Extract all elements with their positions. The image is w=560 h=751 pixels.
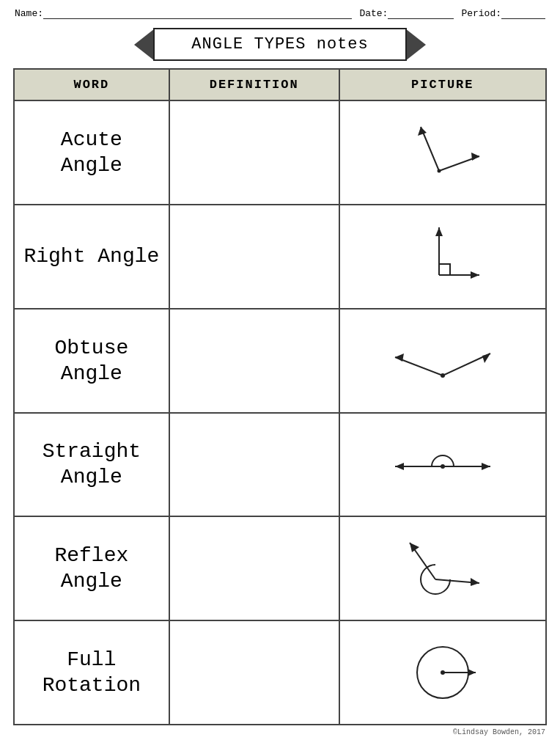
col-header-picture: PICTURE bbox=[339, 69, 546, 100]
svg-marker-16 bbox=[482, 463, 490, 470]
svg-marker-6 bbox=[435, 227, 443, 236]
table-row: FullRotation bbox=[14, 620, 546, 725]
word-cell-straight: StraightAngle bbox=[14, 413, 169, 517]
svg-marker-12 bbox=[482, 353, 490, 363]
def-cell-right bbox=[169, 205, 339, 309]
pic-cell-reflex bbox=[339, 516, 546, 620]
obtuse-diagram bbox=[343, 328, 542, 394]
svg-marker-15 bbox=[395, 463, 404, 470]
name-label: Name: bbox=[15, 8, 43, 19]
svg-marker-10 bbox=[395, 353, 404, 362]
def-cell-obtuse bbox=[169, 309, 339, 413]
pic-cell-straight bbox=[339, 413, 546, 517]
banner-right-arrow bbox=[405, 29, 426, 61]
copyright: ©Lindsay Bowden, 2017 bbox=[13, 728, 547, 736]
def-cell-straight bbox=[169, 413, 339, 517]
def-cell-full bbox=[169, 620, 339, 725]
angle-table: WORD DEFINITION PICTURE AcuteAngle bbox=[13, 68, 547, 725]
pic-cell-right bbox=[339, 205, 546, 309]
svg-marker-1 bbox=[418, 127, 427, 136]
date-field bbox=[388, 7, 454, 19]
word-cell-obtuse: ObtuseAngle bbox=[14, 309, 169, 413]
svg-marker-21 bbox=[471, 578, 479, 586]
pic-cell-full bbox=[339, 620, 546, 725]
svg-point-4 bbox=[437, 169, 441, 173]
table-row: ReflexAngle bbox=[14, 516, 546, 620]
full-diagram bbox=[343, 632, 542, 713]
svg-marker-19 bbox=[410, 543, 419, 552]
banner-wrap: ANGLE TYPES notes bbox=[13, 28, 547, 61]
svg-point-13 bbox=[441, 373, 445, 378]
def-cell-reflex bbox=[169, 516, 339, 620]
right-diagram bbox=[343, 216, 542, 297]
table-row: ObtuseAngle bbox=[14, 309, 546, 413]
table-header-row: WORD DEFINITION PICTURE bbox=[14, 69, 546, 100]
col-header-word: WORD bbox=[14, 69, 169, 100]
svg-point-17 bbox=[441, 464, 445, 469]
date-label: Date: bbox=[359, 8, 388, 19]
banner-left-arrow bbox=[134, 29, 155, 61]
def-cell-acute bbox=[169, 100, 339, 205]
period-field bbox=[501, 7, 545, 19]
table-row: Right Angle bbox=[14, 205, 546, 309]
name-field bbox=[43, 7, 352, 19]
pic-cell-obtuse bbox=[339, 309, 546, 413]
table-row: AcuteAngle bbox=[14, 100, 546, 205]
acute-diagram bbox=[343, 112, 542, 193]
word-cell-full: FullRotation bbox=[14, 620, 169, 725]
page: Name: Date: Period: ANGLE TYPES notes WO… bbox=[0, 0, 560, 751]
col-header-definition: DEFINITION bbox=[169, 69, 339, 100]
table-row: StraightAngle bbox=[14, 413, 546, 517]
svg-marker-8 bbox=[471, 271, 479, 279]
word-cell-right: Right Angle bbox=[14, 205, 169, 309]
svg-marker-3 bbox=[471, 153, 479, 161]
reflex-diagram bbox=[343, 528, 542, 609]
banner-title: ANGLE TYPES notes bbox=[153, 28, 406, 61]
word-cell-reflex: ReflexAngle bbox=[14, 516, 169, 620]
period-label: Period: bbox=[461, 8, 501, 19]
pic-cell-acute bbox=[339, 100, 546, 205]
word-cell-acute: AcuteAngle bbox=[14, 100, 169, 205]
top-info: Name: Date: Period: bbox=[13, 7, 547, 19]
svg-marker-25 bbox=[468, 669, 476, 676]
straight-diagram bbox=[343, 439, 542, 490]
